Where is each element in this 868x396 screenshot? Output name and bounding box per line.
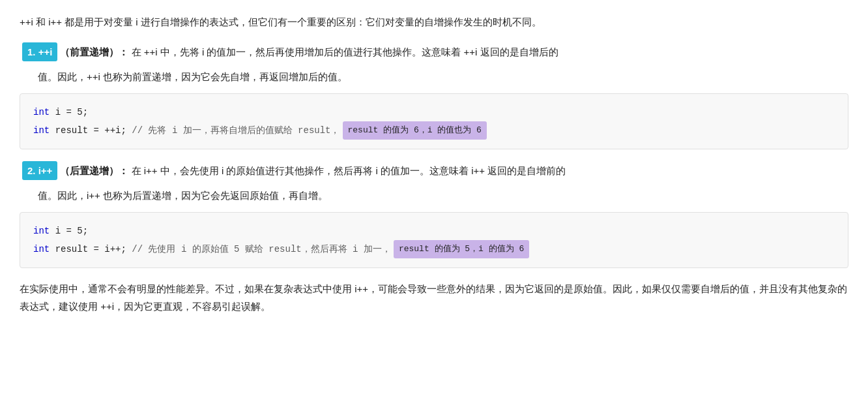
section-1-header: 1. ++i（前置递增）： 在 ++i 中，先将 i 的值加一，然后再使用增加后…	[20, 42, 848, 61]
section-1-code-block: int i = 5; int result = ++i; // 先将 i 加一，…	[20, 93, 848, 149]
section-1-badge: 1. ++i	[22, 42, 57, 61]
footer-paragraph: 在实际使用中，通常不会有明显的性能差异。不过，如果在复杂表达式中使用 i++，可…	[20, 280, 848, 315]
section-1: 1. ++i（前置递增）： 在 ++i 中，先将 i 的值加一，然后再使用增加后…	[20, 42, 848, 149]
code-2-line-1: int i = 5;	[33, 222, 835, 240]
code-1-line-2: int result = ++i; // 先将 i 加一，再将自增后的值赋给 r…	[33, 121, 835, 140]
kw-int-3: int	[33, 222, 50, 240]
code-1-line-1: int i = 5;	[33, 103, 835, 121]
section-1-desc1: 在 ++i 中，先将 i 的值加一，然后再使用增加后的值进行其他操作。这意味着 …	[128, 46, 558, 57]
section-1-desc2: 值。因此，++i 也称为前置递增，因为它会先自增，再返回增加后的值。	[20, 68, 848, 85]
section-2-desc2: 值。因此，i++ 也称为后置递增，因为它会先返回原始值，再自增。	[20, 187, 848, 204]
section-2-header: 2. i++（后置递增）： 在 i++ 中，会先使用 i 的原始值进行其他操作，…	[20, 161, 848, 180]
intro-text: ++i 和 i++ 都是用于对变量 i 进行自增操作的表达式，但它们有一个重要的…	[20, 16, 542, 27]
code-2-line-2: int result = i++; // 先使用 i 的原始值 5 赋给 res…	[33, 240, 835, 258]
section-1-title: （前置递增）：	[60, 46, 128, 57]
code-1-comment: // 先将 i 加一，再将自增后的值赋给 result，	[126, 121, 340, 140]
kw-int-1: int	[33, 103, 50, 121]
section-2-code-block: int i = 5; int result = i++; // 先使用 i 的原…	[20, 212, 848, 268]
footer-text: 在实际使用中，通常不会有明显的性能差异。不过，如果在复杂表达式中使用 i++，可…	[20, 283, 847, 312]
section-2: 2. i++（后置递增）： 在 i++ 中，会先使用 i 的原始值进行其他操作，…	[20, 161, 848, 268]
code-1-highlight: result 的值为 6，i 的值也为 6	[343, 121, 487, 140]
section-2-title: （后置递增）：	[60, 165, 128, 176]
intro-paragraph: ++i 和 i++ 都是用于对变量 i 进行自增操作的表达式，但它们有一个重要的…	[20, 13, 848, 31]
code-2-comment: // 先使用 i 的原始值 5 赋给 result，然后再将 i 加一，	[126, 240, 391, 258]
section-2-desc1: 在 i++ 中，会先使用 i 的原始值进行其他操作，然后再将 i 的值加一。这意…	[128, 165, 566, 176]
section-2-badge: 2. i++	[22, 161, 57, 180]
code-2-highlight: result 的值为 5，i 的值为 6	[394, 240, 529, 258]
kw-int-2: int	[33, 121, 50, 140]
kw-int-4: int	[33, 240, 50, 258]
